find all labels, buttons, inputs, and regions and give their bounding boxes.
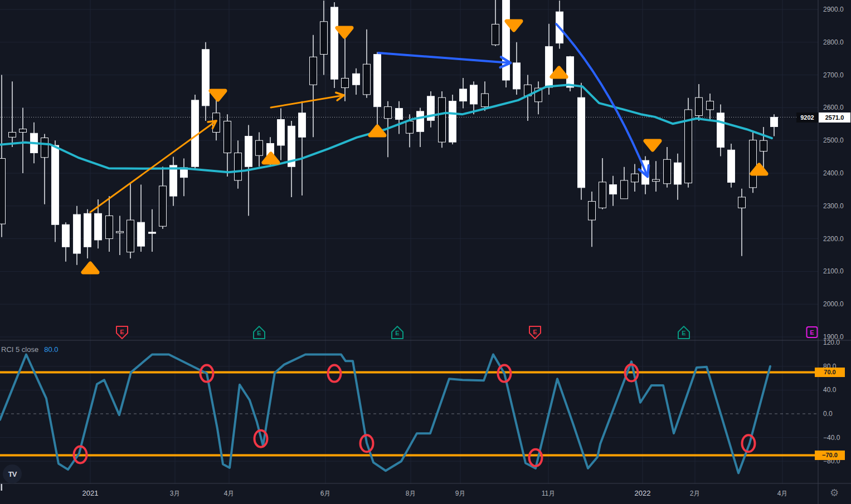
time-tick-label[interactable]: 4月 bbox=[777, 490, 788, 497]
candle bbox=[353, 68, 360, 95]
candle-body-down bbox=[385, 107, 392, 119]
candle bbox=[482, 81, 489, 111]
candle bbox=[181, 159, 188, 197]
gear-glyph: ⚙ bbox=[830, 487, 839, 498]
trend-arrow-line bbox=[271, 95, 344, 107]
moving-average-line bbox=[0, 85, 772, 172]
candle bbox=[52, 140, 59, 242]
rci-tick-label: 120.0 bbox=[823, 339, 840, 346]
earnings-badge-letter: E bbox=[810, 329, 814, 336]
trend-arrow-head bbox=[336, 92, 344, 95]
earnings-badge-letter: E bbox=[120, 329, 124, 335]
trend-arrow-line bbox=[556, 24, 648, 177]
candle-body-up bbox=[578, 97, 585, 188]
settings-icon[interactable]: ⚙ bbox=[830, 487, 839, 499]
time-tick-label[interactable]: 2021 bbox=[82, 489, 99, 497]
candle bbox=[439, 91, 446, 148]
candle bbox=[170, 157, 177, 206]
candle-body-down bbox=[363, 64, 371, 95]
candle-body-up bbox=[460, 89, 467, 101]
candle bbox=[503, 0, 510, 87]
earnings-badge-icon[interactable]: E bbox=[392, 326, 403, 339]
time-tick-label[interactable]: 8月 bbox=[406, 490, 416, 497]
candle-body-down bbox=[664, 159, 671, 184]
indicator-title[interactable]: RCI 5 close bbox=[1, 345, 38, 354]
candle bbox=[74, 206, 81, 265]
trend-arrow-head bbox=[648, 165, 649, 177]
candle-body-up bbox=[513, 63, 521, 89]
candle-body-up bbox=[202, 50, 210, 106]
candle-body-down bbox=[116, 232, 124, 233]
candle-body-up bbox=[374, 55, 381, 107]
candle-body-up bbox=[503, 0, 510, 80]
candle-body-down bbox=[320, 22, 328, 55]
candle bbox=[728, 144, 735, 188]
candle-body-up bbox=[546, 46, 553, 87]
candle bbox=[0, 75, 6, 237]
rci-lower-band-label: −70.0 bbox=[815, 451, 845, 460]
earnings-badge-icon[interactable]: E bbox=[807, 327, 818, 337]
grid-layer bbox=[0, 0, 818, 483]
candle-body-down bbox=[41, 138, 48, 157]
candle bbox=[578, 83, 585, 200]
candle-body-down bbox=[599, 182, 606, 208]
candle-body-down bbox=[492, 24, 499, 45]
tradingview-logo-icon: TV bbox=[8, 470, 17, 478]
candle bbox=[610, 176, 617, 206]
candle bbox=[674, 154, 682, 200]
time-tick-label[interactable]: 9月 bbox=[455, 490, 466, 497]
bar-value-label: 9202 bbox=[796, 112, 818, 123]
candle-body-up bbox=[138, 222, 145, 246]
earnings-badge-icon[interactable]: E bbox=[678, 326, 689, 339]
rci-upper-band-label: 70.0 bbox=[815, 368, 845, 377]
price-tick-label: 2100.0 bbox=[823, 267, 844, 275]
time-tick-label[interactable]: 3月 bbox=[170, 490, 181, 497]
candle bbox=[256, 133, 263, 167]
chart-canvas[interactable]: EEEEEE2900.02800.02700.02600.02500.02400… bbox=[0, 0, 851, 504]
trading-chart-window: EEEEEE2900.02800.02700.02600.02500.02400… bbox=[0, 0, 851, 504]
candle-body-down bbox=[235, 153, 242, 180]
candle-body-down bbox=[0, 159, 6, 224]
time-tick-label[interactable]: 11月 bbox=[542, 490, 555, 497]
candle bbox=[717, 105, 724, 156]
candle bbox=[707, 94, 714, 119]
candle bbox=[492, 0, 499, 46]
candle bbox=[738, 189, 746, 256]
earnings-badge-icon[interactable]: E bbox=[254, 326, 265, 339]
price-tick-label: 2400.0 bbox=[823, 169, 844, 177]
candle-body-up bbox=[278, 120, 285, 145]
time-tick-label[interactable]: 2月 bbox=[690, 490, 701, 497]
candle bbox=[696, 84, 703, 121]
time-tick-label[interactable]: 2022 bbox=[635, 489, 651, 497]
candle bbox=[363, 30, 371, 98]
rci-tick-label: 40.0 bbox=[823, 386, 837, 394]
candle-body-up bbox=[396, 109, 403, 120]
candle-body-down bbox=[738, 197, 746, 208]
time-tick-label[interactable]: 6月 bbox=[320, 490, 331, 497]
candle-body-up bbox=[567, 57, 574, 87]
candle-body-down bbox=[653, 179, 660, 182]
earnings-badge-letter: E bbox=[682, 330, 685, 336]
time-tick-label[interactable]: 4月 bbox=[224, 490, 235, 497]
candle-body-up bbox=[353, 74, 360, 85]
candle-body-down bbox=[9, 133, 16, 138]
candle-body-up bbox=[771, 117, 778, 126]
candle-body-down bbox=[159, 186, 167, 226]
candle-body-down bbox=[589, 202, 596, 221]
candle bbox=[288, 121, 295, 197]
signal-circle-icon bbox=[328, 365, 341, 382]
candle-body-down bbox=[750, 140, 757, 188]
candle bbox=[470, 81, 478, 114]
candle-body-down bbox=[707, 101, 714, 110]
candle bbox=[331, 2, 338, 88]
candle bbox=[599, 158, 606, 209]
candle-body-up bbox=[84, 213, 91, 247]
candle bbox=[235, 140, 242, 188]
candle-body-down bbox=[631, 174, 639, 182]
sell-marker-icon bbox=[645, 141, 660, 150]
indicator-legend[interactable]: RCI 5 close80.0 bbox=[1, 345, 59, 354]
indicator-value: 80.0 bbox=[44, 345, 58, 354]
candle bbox=[149, 209, 156, 252]
candle-body-down bbox=[342, 78, 349, 87]
candle-body-up bbox=[470, 85, 478, 104]
